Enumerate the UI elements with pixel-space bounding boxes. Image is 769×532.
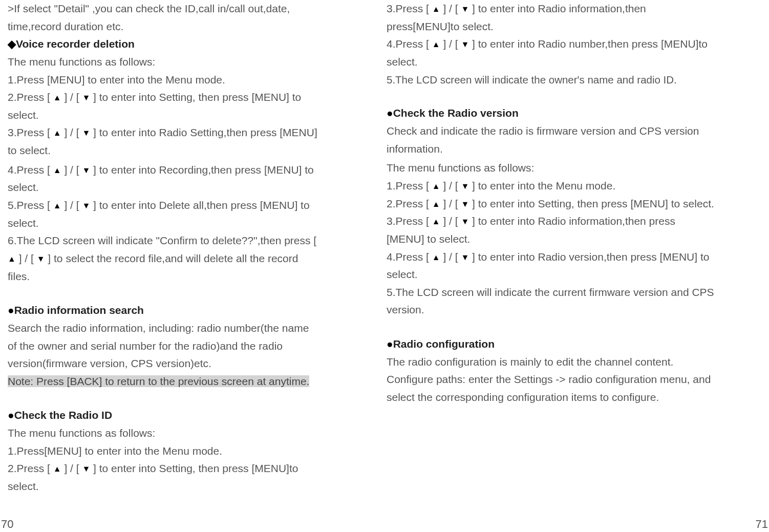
step-5: 5.Press [ ▲ ] / [ ▼ ] to enter into Dele…	[8, 197, 320, 232]
radio-configuration-heading: ●Radio configuration	[387, 335, 714, 353]
left-column: >If select "Detail" ,you can check the I…	[8, 0, 320, 496]
text-fragment: 3.Press [	[387, 215, 432, 227]
diamond-icon: ◆	[8, 38, 16, 50]
note-text: Note: Press [BACK] to return to the prev…	[8, 373, 320, 391]
text-fragment: 3.Press [	[387, 3, 432, 14]
step-2: 2.Press [ ▲ ] / [ ▼ ] to enter into Sett…	[8, 89, 320, 124]
arrow-up-icon: ▲	[432, 38, 440, 51]
arrow-down-icon: ▼	[82, 462, 90, 476]
check-radio-id-heading: ●Check the Radio ID	[8, 407, 320, 424]
text-fragment: ] / [	[440, 3, 461, 14]
text-fragment: ] to enter into the Menu mode.	[469, 180, 615, 191]
arrow-down-icon: ▼	[461, 215, 469, 228]
text-fragment: ] / [	[440, 180, 461, 191]
text-fragment: 2.Press [	[387, 198, 432, 209]
radio-info-desc: Search the radio information, including:…	[8, 320, 320, 373]
step-1: 1.Press [MENU] to enter into the Menu mo…	[8, 71, 320, 89]
arrow-up-icon: ▲	[432, 3, 440, 16]
text-fragment: 4.Press [	[387, 38, 432, 50]
text-fragment: ] / [	[61, 199, 82, 211]
arrow-down-icon: ▼	[461, 38, 469, 51]
arrow-up-icon: ▲	[432, 198, 440, 211]
text-fragment: ] / [	[61, 126, 82, 138]
step-5b: 5.The LCD screen will indicate the owner…	[387, 71, 714, 89]
text-fragment: ] / [	[440, 215, 461, 227]
bullet-icon: ●	[8, 304, 14, 316]
arrow-down-icon: ▼	[82, 126, 90, 140]
arrow-down-icon: ▼	[82, 91, 90, 104]
text-fragment: ] / [	[61, 91, 82, 103]
step-4c: 4.Press [ ▲ ] / [ ▼ ] to enter into Radi…	[387, 248, 714, 284]
arrow-up-icon: ▲	[432, 180, 440, 193]
text-fragment: 4.Press [	[387, 251, 432, 263]
step-6: 6.The LCD screen will indicate "Confirm …	[8, 232, 320, 285]
heading-text: Voice recorder deletion	[16, 38, 135, 50]
step-5c: 5.The LCD screen will indicate the curre…	[387, 284, 714, 319]
text-fragment: ] to enter into Setting, then press [MEN…	[469, 198, 714, 209]
radio-version-desc: Check and indicate the radio is firmware…	[387, 122, 714, 158]
arrow-down-icon: ▼	[82, 164, 90, 177]
step-2c: 2.Press [ ▲ ] / [ ▼ ] to enter into Sett…	[387, 195, 714, 213]
note-highlight: Note: Press [BACK] to return to the prev…	[8, 375, 309, 387]
step-3: 3.Press [ ▲ ] / [ ▼ ] to enter into Radi…	[8, 124, 320, 159]
text-fragment: ] / [	[16, 252, 37, 264]
check-radio-version-heading: ●Check the Radio version	[387, 104, 714, 122]
text-fragment: 1.Press [	[387, 180, 432, 191]
arrow-down-icon: ▼	[461, 251, 469, 264]
step-1b: 1.Press[MENU] to enter into the Menu mod…	[8, 442, 320, 460]
heading-text: Check the Radio ID	[14, 409, 112, 421]
step-2b: 2.Press [ ▲ ] / [ ▼ ] to enter into Sett…	[8, 460, 320, 495]
arrow-up-icon: ▲	[8, 252, 16, 266]
text-fragment: 2.Press [	[8, 91, 53, 103]
text-fragment: ] / [	[440, 198, 461, 209]
text-fragment: ] / [	[61, 462, 82, 474]
text-fragment: ] / [	[61, 164, 82, 176]
text-fragment: 5.Press [	[8, 199, 53, 211]
menu-functions-text: The menu functions as follows:	[387, 159, 714, 177]
text-fragment: ] / [	[440, 251, 461, 263]
step-4b: 4.Press [ ▲ ] / [ ▼ ] to enter into Radi…	[387, 35, 714, 71]
arrow-down-icon: ▼	[82, 199, 90, 212]
heading-text: Check the Radio version	[393, 107, 519, 119]
menu-functions-text: The menu functions as follows:	[8, 424, 320, 442]
text-fragment: 2.Press [	[8, 462, 53, 474]
bullet-icon: ●	[387, 107, 393, 119]
radio-info-search-heading: ●Radio information search	[8, 302, 320, 320]
intro-text: >If select "Detail" ,you can check the I…	[8, 0, 320, 35]
step-3b: 3.Press [ ▲ ] / [ ▼ ] to enter into Radi…	[387, 0, 714, 35]
heading-text: Radio information search	[14, 304, 144, 316]
voice-recorder-deletion-heading: ◆Voice recorder deletion	[8, 35, 320, 53]
page-number-left: 70	[1, 518, 13, 531]
arrow-up-icon: ▲	[432, 215, 440, 228]
step-1c: 1.Press [ ▲ ] / [ ▼ ] to enter into the …	[387, 177, 714, 195]
arrow-up-icon: ▲	[432, 251, 440, 264]
step-4: 4.Press [ ▲ ] / [ ▼ ] to enter into Reco…	[8, 161, 320, 197]
step-3c: 3.Press [ ▲ ] / [ ▼ ] to enter into Radi…	[387, 212, 714, 248]
text-fragment: 4.Press [	[8, 164, 53, 176]
right-column: 3.Press [ ▲ ] / [ ▼ ] to enter into Radi…	[387, 0, 714, 496]
arrow-down-icon: ▼	[461, 198, 469, 211]
arrow-down-icon: ▼	[461, 180, 469, 193]
heading-text: Radio configuration	[393, 338, 495, 350]
arrow-up-icon: ▲	[53, 91, 61, 104]
text-fragment: ] / [	[440, 38, 461, 50]
arrow-up-icon: ▲	[53, 199, 61, 212]
bullet-icon: ●	[8, 409, 14, 421]
menu-functions-text: The menu functions as follows:	[8, 53, 320, 71]
text-fragment: 3.Press [	[8, 126, 53, 138]
page-number-right: 71	[756, 518, 768, 531]
radio-config-desc: The radio configuration is mainly to edi…	[387, 353, 714, 407]
arrow-up-icon: ▲	[53, 126, 61, 140]
arrow-up-icon: ▲	[53, 462, 61, 476]
arrow-down-icon: ▼	[461, 3, 469, 16]
bullet-icon: ●	[387, 338, 393, 350]
text-fragment: 6.The LCD screen will indicate "Confirm …	[8, 235, 316, 246]
text-fragment: ] to select the record file,and will del…	[8, 252, 298, 282]
arrow-up-icon: ▲	[53, 164, 61, 177]
arrow-down-icon: ▼	[37, 252, 45, 266]
page-spread: >If select "Detail" ,you can check the I…	[0, 0, 769, 496]
